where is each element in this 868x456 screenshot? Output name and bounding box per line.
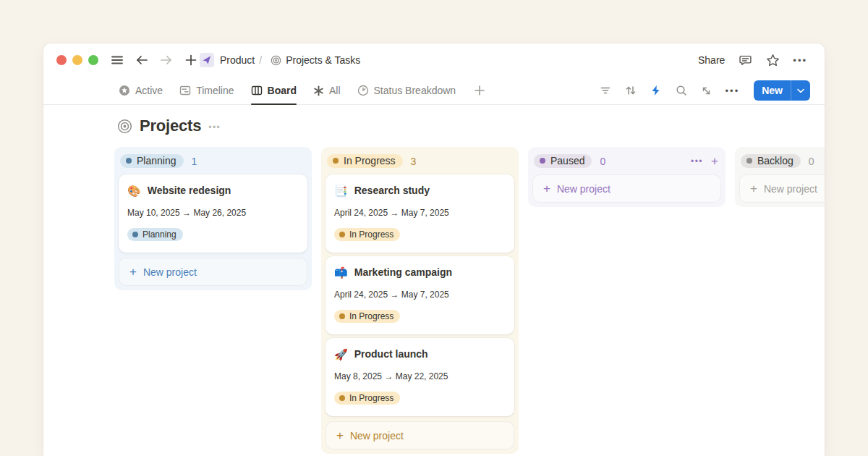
titlebar: Product / Projects & Tasks Share •••	[43, 43, 825, 77]
board-column-backlog: Backlog 0 + New project	[735, 147, 825, 207]
back-icon[interactable]	[135, 53, 149, 67]
expand-icon[interactable]	[700, 84, 713, 97]
target-icon	[271, 55, 281, 66]
maximize-window-button[interactable]	[88, 55, 98, 65]
automations-lightning-icon[interactable]	[650, 84, 663, 97]
breadcrumb-page-title: Projects & Tasks	[286, 54, 360, 66]
status-dot	[333, 158, 339, 164]
card-title: Website redesign	[148, 183, 231, 198]
titlebar-actions: Share •••	[698, 53, 807, 67]
view-tools: ••• New	[599, 80, 810, 101]
new-button: New	[754, 80, 810, 101]
card-date-range: May 8, 2025 → May 22, 2025	[334, 371, 506, 382]
new-project-button[interactable]: + New project	[326, 421, 514, 449]
status-dot	[540, 158, 545, 164]
column-cards: 🎨 Website redesign May 10, 2025 → May 26…	[119, 174, 307, 253]
status-pill-planning[interactable]: Planning	[120, 154, 184, 168]
project-card-product-launch[interactable]: 🚀 Product launch May 8, 2025 → May 22, 2…	[326, 338, 514, 416]
column-header: In Progress 3	[327, 154, 511, 168]
column-add-icon[interactable]: +	[711, 155, 718, 167]
project-card-marketing-campaign[interactable]: 📫 Marketing campaign April 24, 2025 → Ma…	[326, 256, 514, 334]
mailbox-emoji-icon: 📫	[334, 266, 348, 280]
project-card-research-study[interactable]: 📑 Research study April 24, 2025 → May 7,…	[326, 174, 514, 253]
window-controls	[56, 55, 98, 65]
status-dot	[132, 232, 138, 237]
star-circle-icon	[119, 85, 130, 96]
view-toolbar: Active Timeline Board All	[43, 77, 825, 105]
card-status-badge: In Progress	[334, 310, 400, 323]
tab-status-breakdown[interactable]: Status Breakdown	[357, 77, 456, 104]
favorite-star-icon[interactable]	[765, 53, 780, 67]
plus-icon: +	[129, 266, 137, 278]
kanban-board: Planning 1 🎨 Website redesign May 10, 20…	[43, 135, 825, 454]
new-project-button[interactable]: + New project	[532, 174, 721, 203]
nav-controls	[110, 53, 198, 67]
add-view-icon[interactable]	[474, 85, 485, 96]
board-column-planning: Planning 1 🎨 Website redesign May 10, 20…	[114, 147, 312, 290]
status-dot	[339, 232, 345, 237]
column-header: Paused 0 ••• +	[534, 154, 718, 168]
column-options-icon[interactable]: •••	[691, 157, 703, 166]
breadcrumb: Product / Projects & Tasks	[220, 54, 360, 66]
tab-timeline[interactable]: Timeline	[179, 77, 234, 104]
column-count: 0	[600, 156, 605, 167]
timeline-view-icon	[179, 85, 191, 96]
share-button[interactable]: Share	[698, 54, 725, 66]
tab-all[interactable]: All	[313, 77, 341, 104]
status-pill-backlog[interactable]: Backlog	[741, 154, 801, 168]
board-view-icon	[251, 85, 263, 96]
close-window-button[interactable]	[56, 55, 67, 65]
page-header: Projects •••	[43, 105, 825, 135]
new-button-label[interactable]: New	[754, 80, 791, 101]
search-icon[interactable]	[675, 84, 688, 97]
comments-icon[interactable]	[738, 53, 752, 67]
sidebar-toggle-icon[interactable]	[110, 53, 124, 67]
tab-board[interactable]: Board	[251, 77, 297, 104]
column-header: Planning 1	[120, 154, 305, 168]
breadcrumb-workspace[interactable]: Product	[220, 54, 255, 66]
sort-icon[interactable]	[624, 84, 637, 97]
status-dot	[339, 395, 345, 401]
new-project-button[interactable]: + New project	[119, 258, 307, 286]
card-status-badge: In Progress	[334, 392, 400, 405]
card-title: Research study	[354, 183, 430, 198]
status-dot	[126, 158, 132, 164]
view-options-icon[interactable]: •••	[726, 86, 740, 96]
column-count: 1	[192, 156, 197, 167]
more-options-icon[interactable]: •••	[793, 56, 807, 65]
card-date-range: April 24, 2025 → May 7, 2025	[334, 289, 506, 300]
column-cards: 📑 Research study April 24, 2025 → May 7,…	[326, 174, 514, 416]
view-tabs: Active Timeline Board All	[119, 77, 485, 104]
board-column-paused: Paused 0 ••• + + New project	[528, 147, 726, 207]
palette-emoji-icon: 🎨	[127, 184, 141, 198]
column-count: 3	[411, 156, 417, 167]
workspace-logo-icon[interactable]	[200, 53, 214, 67]
card-title: Product launch	[354, 347, 428, 362]
status-dot	[339, 313, 345, 319]
filter-icon[interactable]	[599, 84, 612, 97]
tab-active[interactable]: Active	[119, 77, 163, 104]
column-header: Backlog 0	[741, 154, 825, 168]
new-project-button[interactable]: + New project	[739, 174, 825, 203]
asterisk-icon	[313, 85, 324, 96]
clock-icon	[357, 85, 369, 96]
status-pill-in-progress[interactable]: In Progress	[327, 154, 403, 168]
page-options-icon[interactable]: •••	[208, 120, 221, 132]
card-title: Marketing campaign	[354, 265, 452, 280]
page-title: Projects	[140, 117, 201, 135]
bookmark-tabs-emoji-icon: 📑	[334, 184, 348, 198]
plus-icon: +	[750, 182, 757, 195]
forward-icon[interactable]	[159, 53, 174, 67]
card-status-badge: In Progress	[334, 228, 400, 241]
new-button-chevron-down-icon[interactable]	[791, 80, 810, 101]
column-actions: ••• +	[691, 155, 718, 167]
status-pill-paused[interactable]: Paused	[534, 154, 592, 168]
app-window: Product / Projects & Tasks Share •••	[43, 43, 825, 456]
breadcrumb-separator: /	[259, 54, 262, 66]
new-tab-icon[interactable]	[184, 53, 198, 67]
project-card-website-redesign[interactable]: 🎨 Website redesign May 10, 2025 → May 26…	[119, 174, 307, 253]
minimize-window-button[interactable]	[72, 55, 82, 65]
board-column-in-progress: In Progress 3 📑 Research study April 24,…	[321, 147, 519, 454]
rocket-emoji-icon: 🚀	[334, 347, 348, 362]
breadcrumb-page-link[interactable]: Projects & Tasks	[271, 54, 360, 66]
